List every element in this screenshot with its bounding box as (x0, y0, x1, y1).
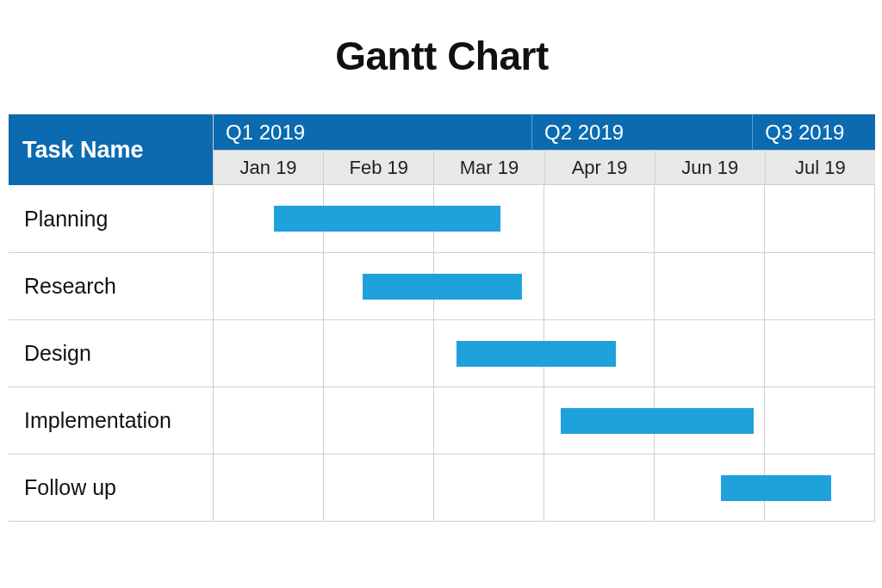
grid-cell (324, 320, 434, 387)
grid-cell (655, 253, 765, 319)
month-row: Jan 19Feb 19Mar 19Apr 19Jun 19Jul 19 (214, 151, 875, 185)
task-bar (274, 206, 500, 232)
month-header: Jul 19 (766, 151, 875, 185)
task-rows: PlanningResearchDesignImplementationFoll… (9, 185, 875, 521)
task-bar (561, 408, 754, 434)
quarter-header: Q1 2019 (214, 115, 532, 151)
grid-cell (214, 320, 324, 387)
grid-cell (765, 320, 875, 387)
task-label: Design (9, 320, 214, 387)
task-label: Implementation (9, 387, 214, 454)
grid-cell (324, 387, 434, 454)
month-header: Jan 19 (214, 151, 324, 185)
quarter-row: Q1 2019Q2 2019Q3 2019 (214, 115, 875, 151)
grid-cell (544, 253, 655, 319)
task-label: Follow up (9, 455, 214, 521)
task-track (214, 320, 875, 387)
grid-cell (214, 253, 324, 319)
task-label: Research (9, 253, 214, 319)
task-track (214, 185, 875, 252)
task-track (214, 455, 875, 521)
grid-cell (214, 387, 324, 454)
task-track (214, 253, 875, 319)
quarter-header: Q2 2019 (532, 115, 753, 151)
grid-cell (214, 455, 324, 521)
task-row: Planning (9, 185, 875, 252)
time-header: Q1 2019Q2 2019Q3 2019 Jan 19Feb 19Mar 19… (214, 115, 875, 185)
grid-cell (655, 185, 765, 252)
header-row: Task Name Q1 2019Q2 2019Q3 2019 Jan 19Fe… (9, 115, 875, 185)
task-row: Follow up (9, 454, 875, 521)
task-name-header: Task Name (9, 115, 214, 185)
gantt-chart: Task Name Q1 2019Q2 2019Q3 2019 Jan 19Fe… (9, 114, 875, 522)
month-header: Apr 19 (545, 151, 655, 185)
grid-cell (544, 185, 655, 252)
grid-cell (434, 455, 544, 521)
gantt-chart-page: Gantt Chart Task Name Q1 2019Q2 2019Q3 2… (0, 0, 882, 588)
task-bar (721, 475, 831, 501)
month-header: Feb 19 (324, 151, 434, 185)
grid-cell (434, 387, 544, 454)
grid-cell (655, 320, 765, 387)
task-row: Research (9, 252, 875, 319)
grid-cell (324, 455, 434, 521)
grid-cell (765, 387, 875, 454)
task-bar (457, 341, 617, 367)
task-track (214, 387, 875, 454)
grid-cell (544, 455, 655, 521)
task-label: Planning (9, 185, 214, 252)
quarter-header: Q3 2019 (753, 115, 875, 151)
task-row: Design (9, 319, 875, 387)
month-header: Jun 19 (655, 151, 766, 185)
task-row: Implementation (9, 387, 875, 454)
grid-cell (765, 185, 875, 252)
task-bar (363, 274, 523, 300)
chart-title: Gantt Chart (9, 33, 875, 79)
grid-cell (765, 253, 875, 319)
month-header: Mar 19 (434, 151, 544, 185)
